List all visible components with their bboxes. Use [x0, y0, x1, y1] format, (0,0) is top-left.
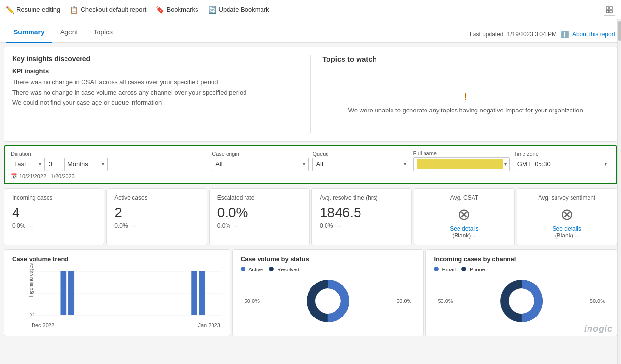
fullname-filter: Full name ▾ [413, 150, 510, 171]
chevron-down-icon-2: ▾ [102, 161, 104, 167]
timezone-label: Time zone [514, 151, 610, 157]
scrollbar-thumb[interactable] [618, 21, 621, 41]
email-legend-dot [434, 267, 439, 271]
avg-resolve-title: Avg. resolve time (hrs) [320, 194, 404, 201]
avg-resolve-pct: 0.0% [320, 222, 333, 229]
status-legend: Active Resolved [241, 267, 416, 272]
svg-text:0.0: 0.0 [30, 312, 34, 317]
date-range: 📅 10/21/2022 - 1/20/2023 [11, 173, 610, 179]
case-volume-status-chart: Case volume by status Active Resolved 50… [232, 249, 424, 336]
bar-chart-x-labels: Dec 2022 Jan 2023 [30, 322, 222, 328]
timezone-select[interactable]: GMT+05:30 ▾ [514, 158, 610, 171]
incoming-cases-title: Incoming cases [12, 194, 96, 201]
duration-filter: Duration Last ▾ 3 Months ▾ [11, 151, 108, 171]
channel-left-label: 50.0% [438, 298, 453, 304]
about-report-link[interactable]: About this report [572, 31, 615, 38]
insights-section: Key insights discovered KPI insights The… [4, 47, 617, 142]
update-bookmark-label: Update Bookmark [219, 6, 269, 13]
svg-rect-13 [199, 271, 205, 315]
toolbar: ✏️ Resume editing 📋 Checkout default rep… [0, 0, 621, 19]
duration-number-select[interactable]: 3 [46, 158, 63, 171]
avg-resolve-dash: -- [337, 222, 341, 229]
incoming-cases-channel-chart: Incoming cases by channel Email Phone 50… [425, 249, 617, 336]
resume-editing-button[interactable]: ✏️ Resume editing [6, 6, 60, 14]
bar-chart-wrapper: Incoming cases 1.0 0.5 0.0 [12, 267, 222, 328]
channel-donut-svg [500, 279, 543, 323]
escalated-rate-value: 0.0% [217, 205, 301, 221]
case-volume-trend-title: Case volume trend [12, 255, 222, 263]
insights-left: Key insights discovered KPI insights The… [12, 55, 310, 133]
avg-csat-blank: (Blank) -- [422, 232, 506, 239]
avg-survey-title: Avg. survey sentiment [525, 194, 609, 201]
x-label-dec: Dec 2022 [32, 322, 54, 328]
email-legend-item: Email [434, 267, 456, 272]
insights-title: Key insights discovered [12, 55, 299, 63]
status-left-label: 50.0% [245, 298, 260, 304]
topics-watch-section: Topics to watch ! We were unable to gene… [310, 55, 609, 133]
bookmarks-button[interactable]: 🔖 Bookmarks [156, 6, 198, 14]
fullname-label: Full name [413, 150, 510, 156]
channel-donut-area: 50.0% 50.0% [434, 274, 609, 328]
avg-csat-see-details[interactable]: See details [422, 225, 506, 232]
avg-resolve-value: 1846.5 [320, 205, 404, 221]
svg-rect-3 [610, 10, 612, 13]
timezone-filter: Time zone GMT+05:30 ▾ [514, 151, 610, 171]
escalated-rate-title: Escalated rate [217, 194, 301, 201]
y-axis-label: Incoming cases [28, 263, 33, 297]
tab-topics[interactable]: Topics [85, 22, 120, 43]
case-volume-status-title: Case volume by status [241, 255, 416, 263]
escalated-rate-pct: 0.0% [217, 222, 230, 229]
avg-csat-card: Avg. CSAT ⊗ See details (Blank) -- [414, 188, 514, 245]
incoming-cases-sub: 0.0% -- [12, 222, 96, 229]
watermark: inogic [584, 324, 613, 334]
refresh-icon: 🔄 [208, 6, 216, 14]
scrollbar-track[interactable] [617, 19, 621, 364]
svg-rect-12 [191, 271, 197, 315]
update-bookmark-button[interactable]: 🔄 Update Bookmark [208, 6, 269, 14]
last-updated-value: 1/19/2023 3:04 PM [507, 31, 556, 38]
info-icon: ℹ️ [560, 31, 569, 38]
x-circle-icon: ⊗ [422, 205, 506, 223]
insight-item-3: We could not find your case age or queue… [12, 99, 299, 106]
resolved-legend-item: Resolved [269, 267, 299, 272]
svg-rect-2 [606, 10, 609, 13]
active-cases-sub: 0.0% -- [114, 222, 198, 229]
svg-rect-11 [68, 271, 74, 315]
incoming-cases-pct: 0.0% [12, 222, 25, 229]
calendar-icon: 📅 [11, 173, 17, 179]
case-origin-filter: Case origin All ▾ [212, 151, 309, 171]
chevron-down-icon-3: ▾ [303, 161, 305, 167]
pencil-icon: ✏️ [6, 6, 14, 14]
chevron-down-icon-5: ▾ [504, 161, 507, 167]
fullname-select[interactable]: ▾ [413, 157, 510, 171]
main-content: Key insights discovered KPI insights The… [0, 43, 621, 340]
tab-bar: Summary Agent Topics [6, 22, 120, 42]
header-right: Last updated 1/19/2023 3:04 PM ℹ️ About … [470, 31, 615, 42]
status-donut-area: 50.0% 50.0% [241, 274, 416, 328]
checkout-report-button[interactable]: 📋 Checkout default report [70, 6, 146, 14]
topics-watch-title: Topics to watch [323, 55, 609, 63]
active-cases-pct: 0.0% [114, 222, 128, 229]
kpi-section: Incoming cases 4 0.0% -- Active cases 2 … [4, 188, 617, 245]
expand-button[interactable] [604, 4, 615, 16]
avg-survey-see-details[interactable]: See details [525, 225, 609, 232]
bookmarks-label: Bookmarks [166, 6, 198, 13]
clipboard-icon: 📋 [70, 6, 78, 14]
avg-resolve-card: Avg. resolve time (hrs) 1846.5 0.0% -- [311, 188, 412, 245]
duration-first-select[interactable]: Last ▾ [11, 158, 45, 171]
tab-summary[interactable]: Summary [6, 22, 52, 43]
channel-legend: Email Phone [434, 267, 609, 272]
channel-right-label: 50.0% [590, 298, 605, 304]
queue-select[interactable]: All ▾ [312, 158, 409, 171]
incoming-cases-card: Incoming cases 4 0.0% -- [4, 188, 104, 245]
case-origin-select[interactable]: All ▾ [212, 158, 309, 171]
tab-agent[interactable]: Agent [52, 22, 86, 43]
insight-item-2: There was no change in case volume acros… [12, 89, 299, 96]
escalated-rate-sub: 0.0% -- [217, 222, 301, 229]
svg-rect-0 [606, 7, 609, 9]
duration-unit-select[interactable]: Months ▾ [64, 158, 108, 171]
avg-csat-title: Avg. CSAT [422, 194, 506, 201]
resume-editing-label: Resume editing [16, 6, 60, 13]
svg-point-19 [511, 290, 532, 312]
x-circle-icon-2: ⊗ [525, 205, 609, 223]
